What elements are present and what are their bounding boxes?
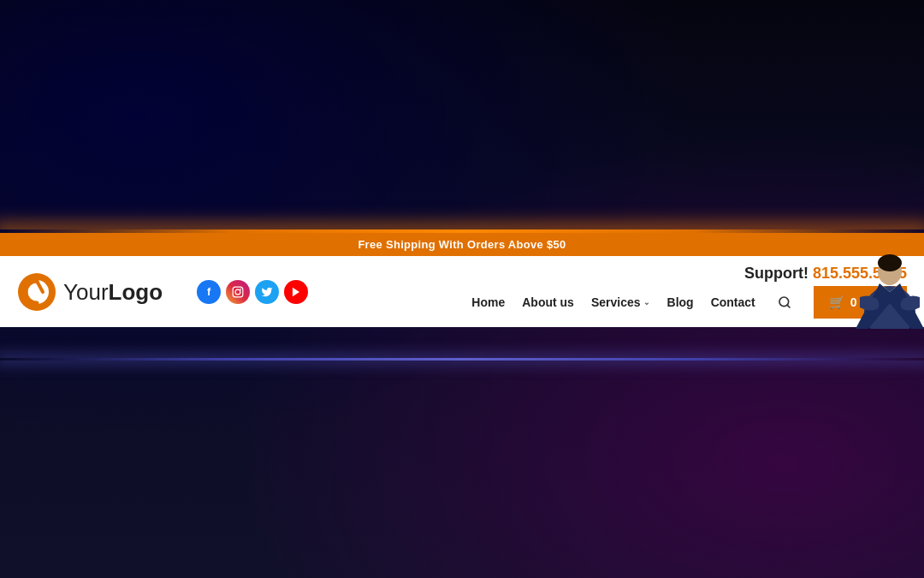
youtube-icon[interactable] xyxy=(284,280,308,304)
logo-area[interactable]: YourLogo xyxy=(17,272,163,312)
services-chevron-icon: ⌄ xyxy=(643,298,650,307)
header-wrapper: Free Shipping With Orders Above $50 Your… xyxy=(0,233,924,327)
top-banner: Free Shipping With Orders Above $50 xyxy=(0,233,924,256)
support-label: Support! xyxy=(744,265,808,282)
glow-line-bottom xyxy=(0,358,924,361)
cart-icon: 🛒 xyxy=(829,295,845,310)
nav-about[interactable]: About us xyxy=(522,295,574,309)
nav-bar: Home About us Services ⌄ Blog Contact 🛒 xyxy=(471,286,907,319)
logo-text-bold: Logo xyxy=(109,279,163,305)
nav-services[interactable]: Services ⌄ xyxy=(591,295,650,309)
nav-blog[interactable]: Blog xyxy=(667,295,694,309)
logo-text: YourLogo xyxy=(63,281,163,303)
svg-marker-6 xyxy=(293,287,299,296)
instagram-icon[interactable] xyxy=(226,280,250,304)
logo-icon xyxy=(17,272,56,312)
person-image xyxy=(856,247,924,329)
social-icons: f xyxy=(197,280,308,304)
search-icon[interactable] xyxy=(773,290,797,314)
twitter-icon[interactable] xyxy=(255,280,279,304)
facebook-icon[interactable]: f xyxy=(197,280,221,304)
logo-text-plain: Your xyxy=(63,279,109,305)
header-right: Support! 815.555.5555 Home About us Serv… xyxy=(471,265,907,319)
svg-rect-3 xyxy=(233,287,243,297)
svg-point-5 xyxy=(240,288,241,289)
nav-contact[interactable]: Contact xyxy=(711,295,755,309)
main-header: YourLogo f Support! 815.555.5555 xyxy=(0,256,924,327)
nav-home[interactable]: Home xyxy=(471,295,505,309)
svg-line-8 xyxy=(787,305,790,307)
banner-text: Free Shipping With Orders Above $50 xyxy=(358,238,566,251)
svg-point-4 xyxy=(235,289,240,295)
